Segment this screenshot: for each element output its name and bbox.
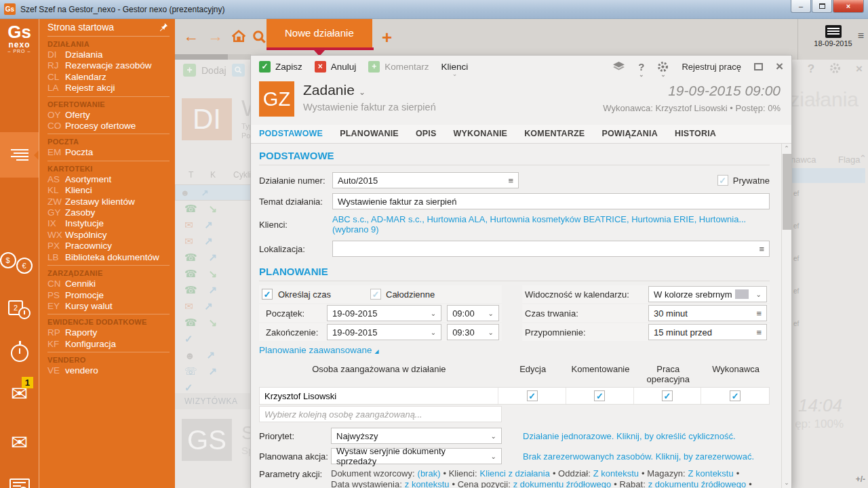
scroll-down-icon[interactable]: ⌄ bbox=[782, 478, 791, 488]
end-time-select[interactable]: 09:30⌄ bbox=[447, 324, 499, 340]
private-checkbox[interactable]: ✓ bbox=[717, 175, 728, 186]
save-button[interactable]: ✓ Zapisz bbox=[259, 61, 302, 73]
field-menu-icon[interactable]: ≡ bbox=[755, 244, 764, 254]
dialog-maximize-button[interactable] bbox=[754, 63, 763, 70]
allday-checkbox[interactable]: ✓ bbox=[370, 289, 381, 300]
tab-wykonanie[interactable]: WYKONANIE bbox=[454, 129, 508, 138]
tab-komentarze[interactable]: KOMENTARZE bbox=[524, 129, 585, 138]
advanced-planning-link[interactable]: Planowanie zaawansowane ◢ bbox=[259, 345, 770, 355]
resources-link[interactable]: Brak zarezerwowanych zasobów. Kliknij, b… bbox=[523, 451, 754, 462]
sidebar-item-promocje[interactable]: PSPromocje bbox=[47, 290, 170, 301]
priority-select[interactable]: Najwyższy⌄ bbox=[331, 428, 502, 444]
visibility-select[interactable]: W kolorze srebrnym ⌄ bbox=[648, 286, 767, 302]
sidebar-item-zestawy-klientow[interactable]: ZWZestawy klientów bbox=[47, 197, 170, 207]
sidebar-item-biblioteka[interactable]: LBBiblioteka dokumentów bbox=[47, 252, 170, 263]
pin-icon[interactable] bbox=[159, 22, 168, 32]
tab-planowanie[interactable]: PLANOWANIE bbox=[340, 129, 399, 138]
new-tab-button[interactable]: + bbox=[382, 27, 392, 48]
recurrence-link[interactable]: Działanie jednorazowe. Kliknij, by okreś… bbox=[523, 431, 736, 441]
search-button[interactable] bbox=[252, 29, 267, 44]
app-menu-button[interactable]: ≡ bbox=[858, 30, 864, 42]
dialog-close-button[interactable]: × bbox=[776, 62, 783, 71]
layers-icon[interactable] bbox=[612, 62, 625, 72]
action-params: Parametry akcji: Dokument wzorcowy:(brak… bbox=[259, 468, 770, 488]
mail-button[interactable]: ✉ bbox=[0, 434, 39, 451]
comment-checkbox[interactable]: ✓ bbox=[594, 390, 605, 401]
sidebar-item-zasoby[interactable]: GYZasoby bbox=[47, 207, 170, 218]
start-time-select[interactable]: 09:00⌄ bbox=[447, 305, 499, 321]
back-button[interactable]: ← bbox=[183, 28, 199, 44]
sidebar-item-rezerwacje[interactable]: RJRezerwacje zasobów bbox=[47, 60, 170, 71]
sidebar-item-cenniki[interactable]: CNCenniki bbox=[47, 279, 170, 289]
phone-icon: ☎ bbox=[184, 317, 197, 329]
location-input[interactable] bbox=[338, 241, 755, 256]
clients-menu-button[interactable]: Klienci ⌄ bbox=[441, 62, 469, 72]
dialog-scrollbar[interactable]: ⌃ ⌄ bbox=[781, 144, 791, 488]
new-mail-button[interactable]: ✉ 1 bbox=[0, 385, 39, 403]
executor-checkbox[interactable]: ✓ bbox=[730, 390, 741, 401]
edit-checkbox[interactable]: ✓ bbox=[527, 390, 538, 401]
finances-button[interactable]: $ € bbox=[0, 258, 39, 274]
close-button[interactable]: × bbox=[833, 0, 864, 13]
sidebar-item-klienci[interactable]: KLKlienci bbox=[47, 185, 170, 196]
comment-button[interactable]: + Komentarz bbox=[368, 61, 429, 73]
tab-podstawowe[interactable]: PODSTAWOWE bbox=[259, 129, 323, 138]
calendar-clock-button[interactable]: 2 bbox=[0, 300, 39, 319]
home-button[interactable] bbox=[231, 28, 247, 43]
sidebar-item-asortyment[interactable]: ASAsortyment bbox=[47, 174, 170, 185]
license-button[interactable] bbox=[0, 479, 39, 488]
maximize-button[interactable] bbox=[812, 0, 832, 13]
clients-link[interactable]: ABC s.c., AD-MAR s.c., Hurtownia ALA, Hu… bbox=[332, 214, 770, 235]
number-field[interactable]: ≡ bbox=[332, 172, 519, 188]
sidebar-item-dzialania[interactable]: DIDziałania bbox=[47, 49, 170, 60]
sidebar-item-vendero[interactable]: VEvendero bbox=[47, 365, 170, 376]
tab-powiazania[interactable]: POWIĄZANIA bbox=[601, 129, 658, 138]
sidebar-item-rejestr-akcji[interactable]: LARejestr akcji bbox=[47, 83, 170, 94]
timer-button[interactable] bbox=[0, 344, 39, 362]
end-date-select[interactable]: 19-09-2015⌄ bbox=[327, 324, 441, 340]
tab-opis[interactable]: OPIS bbox=[416, 129, 437, 138]
menu-toggle-button[interactable] bbox=[0, 132, 39, 178]
sidebar-item-pracownicy[interactable]: PXPracownicy bbox=[47, 241, 170, 251]
sidebar-item-kalendarz[interactable]: CLKalendarz bbox=[47, 72, 170, 83]
scrollbar-thumb[interactable] bbox=[783, 154, 791, 230]
duration-field[interactable]: 30 minut≡ bbox=[648, 305, 767, 321]
sidebar-item-procesy-ofertowe[interactable]: COProcesy ofertowe bbox=[47, 121, 170, 131]
operations-checkbox[interactable]: ✓ bbox=[662, 390, 673, 401]
tab-historia[interactable]: HISTORIA bbox=[675, 129, 716, 138]
params-line[interactable]: Dokument wzorcowy:(brak)• Klienci:Klienc… bbox=[331, 468, 770, 479]
planned-action-select[interactable]: Wystaw seryjnie dokumenty sprzedaży⌄ bbox=[331, 448, 502, 464]
sidebar-item-konfiguracja[interactable]: KFKonfiguracja bbox=[47, 339, 170, 350]
settings-button[interactable]: ⌄ bbox=[657, 61, 669, 73]
sidebar-item-oferty[interactable]: OYOferty bbox=[47, 110, 170, 121]
horizontal-scrollbar[interactable] bbox=[175, 54, 251, 60]
field-menu-icon[interactable]: ≡ bbox=[504, 176, 513, 186]
tab-nowe-dzialanie[interactable]: Nowe działanie bbox=[267, 19, 372, 47]
scrollbar-thumb[interactable] bbox=[175, 54, 228, 60]
subject-input[interactable] bbox=[338, 194, 764, 209]
help-button[interactable]: ?⌄ bbox=[638, 61, 644, 73]
sidebar-item-home[interactable]: Strona startowa bbox=[47, 20, 170, 37]
field-menu-icon[interactable]: ≡ bbox=[752, 308, 762, 319]
field-menu-icon[interactable]: ≡ bbox=[752, 327, 762, 338]
number-input[interactable] bbox=[338, 173, 504, 188]
sidebar-item-wspolnicy[interactable]: WXWspólnicy bbox=[47, 230, 170, 241]
menu-section-vendero: VENDERO VEvendero bbox=[47, 355, 170, 378]
forward-button[interactable]: → bbox=[208, 28, 223, 44]
params-line[interactable]: Data wystawienia:z kontekstu• Cena pozyc… bbox=[331, 479, 770, 488]
cancel-button[interactable]: × Anuluj bbox=[315, 61, 357, 73]
location-field[interactable]: ≡ bbox=[332, 241, 770, 257]
scroll-up-icon[interactable]: ⌃ bbox=[782, 144, 791, 154]
start-date-select[interactable]: 19-09-2015⌄ bbox=[327, 305, 441, 321]
reminder-field[interactable]: 15 minut przed≡ bbox=[648, 324, 767, 340]
task-type-selector[interactable]: Zadanie⌄ bbox=[303, 82, 436, 98]
sidebar-item-raporty[interactable]: RPRaporty bbox=[47, 327, 170, 338]
minimize-button[interactable]: – bbox=[791, 0, 811, 13]
register-work-button[interactable]: Rejestruj pracę bbox=[682, 62, 741, 72]
settime-checkbox[interactable]: ✓ bbox=[262, 289, 273, 300]
subject-field[interactable] bbox=[332, 193, 770, 209]
sidebar-item-kursy-walut[interactable]: EYKursy walut bbox=[47, 301, 170, 312]
sidebar-item-instytucje[interactable]: IXInstytucje bbox=[47, 218, 170, 229]
add-person-field[interactable]: Wybierz kolejną osobę zaangażowaną... bbox=[259, 406, 502, 422]
sidebar-item-poczta[interactable]: EMPoczta bbox=[47, 147, 170, 158]
